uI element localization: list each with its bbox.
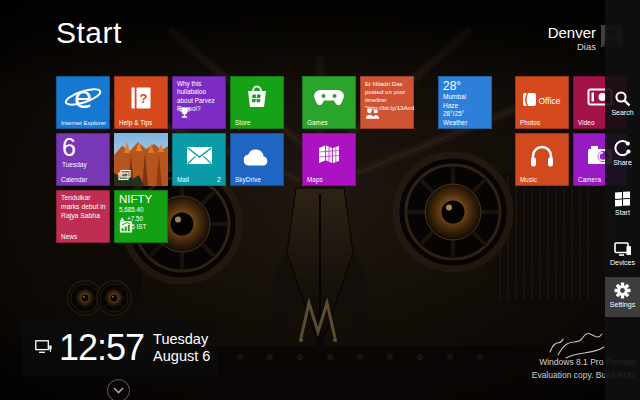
help-book-icon: ? <box>114 86 168 110</box>
clock-weekday: Tuesday <box>153 331 210 348</box>
trophy-icon <box>177 105 192 123</box>
svg-text:?: ? <box>140 91 148 106</box>
charm-label: Search <box>611 109 633 116</box>
tile-skydrive[interactable]: SkyDrive <box>230 133 284 186</box>
tile-mail[interactable]: Mail 2 <box>172 133 226 186</box>
news-headline: Tendulkar marks debut in Rajya Sabha <box>61 194 107 220</box>
tile-music[interactable]: Music <box>515 133 569 186</box>
tile-label: Calendar <box>61 176 87 183</box>
tile-label: Photos <box>520 119 540 126</box>
charm-label: Devices <box>610 259 635 266</box>
svg-text:e: e <box>74 81 92 115</box>
tile-label: News <box>61 233 77 240</box>
tile-label: Camera <box>578 176 601 183</box>
charms-bar: Search Share Start <box>605 0 640 400</box>
windows-logo-icon <box>614 190 631 207</box>
charm-devices[interactable]: Devices <box>605 240 640 266</box>
calendar-weekday: Tuesday <box>62 161 87 168</box>
clock-time: 12:57 <box>59 328 144 368</box>
scroll-down-button[interactable] <box>107 379 130 400</box>
finance-index-name: NIFTY <box>119 193 152 206</box>
store-bag-icon <box>230 83 284 111</box>
charm-share[interactable]: Share <box>605 140 640 166</box>
weather-temp: 28° <box>443 79 466 93</box>
page-title: Start <box>56 16 122 50</box>
user-menu-button[interactable]: Denver Dias <box>548 24 596 52</box>
share-icon <box>614 140 631 157</box>
weather-condition: Haze <box>443 102 466 111</box>
start-screen: Start Denver Dias e Internet Explorer ? … <box>0 0 640 400</box>
tile-label: Help & Tips <box>119 119 152 126</box>
user-last-name: Dias <box>548 41 596 52</box>
map-icon <box>302 143 356 165</box>
network-status-icon <box>35 340 52 356</box>
clock-toast: 12:57 Tuesday August 6 <box>22 319 218 376</box>
tile-store[interactable]: Store <box>230 76 284 129</box>
game-controller-icon <box>302 88 356 108</box>
tile-internet-explorer[interactable]: e Internet Explorer <box>56 76 110 129</box>
tile-sports-live[interactable]: Why this hullabaloo about Parvez Rasool? <box>172 76 226 129</box>
tile-finance-live[interactable]: NIFTY 5,685.40 ▲ +7.50 16:35 IST <box>114 190 168 243</box>
stock-chart-icon <box>119 219 133 237</box>
headphones-icon <box>515 142 569 168</box>
tile-label: Store <box>235 119 251 126</box>
mail-envelope-icon <box>172 146 226 165</box>
finance-value: 5,685.40 <box>119 206 152 215</box>
tile-label: Mail <box>177 176 189 183</box>
internet-explorer-icon: e <box>56 81 110 117</box>
chevron-down-icon <box>113 387 124 394</box>
mail-unread-count: 2 <box>217 176 221 183</box>
search-icon <box>614 90 631 107</box>
charm-search[interactable]: Search <box>605 90 640 116</box>
charm-settings[interactable]: Settings <box>605 282 640 308</box>
tile-photos-office-promo[interactable]: Office Photos <box>515 76 569 129</box>
clock-date: August 6 <box>153 348 210 365</box>
user-first-name: Denver <box>548 24 596 41</box>
office-logo-text: Office <box>539 96 561 106</box>
gear-icon <box>614 282 631 299</box>
charm-label: Settings <box>610 301 635 308</box>
tile-people-live[interactable]: Er Niladri Das posted on your timeline: … <box>360 76 414 129</box>
charm-label: Start <box>615 209 630 216</box>
charm-start[interactable]: Start <box>605 190 640 216</box>
tile-label: Maps <box>307 176 323 183</box>
tile-news-live[interactable]: Tendulkar marks debut in Rajya Sabha New… <box>56 190 110 243</box>
tile-label: Games <box>307 119 328 126</box>
tile-games[interactable]: Games <box>302 76 356 129</box>
calendar-day: 6 <box>62 134 87 160</box>
tile-label: SkyDrive <box>235 176 261 183</box>
tile-weather-live[interactable]: 28° Mumbai Haze 28°/25° Weather <box>438 76 492 129</box>
weather-range: 28°/25° <box>443 110 466 119</box>
weather-city: Mumbai <box>443 93 466 102</box>
tile-calendar-live[interactable]: 6 Tuesday Calendar <box>56 133 110 186</box>
charm-label: Share <box>613 159 632 166</box>
tile-help-tips[interactable]: ? Help & Tips <box>114 76 168 129</box>
tile-label: Video <box>578 119 595 126</box>
office-logo-icon: Office <box>515 92 569 107</box>
photo-thumbnail <box>114 133 168 186</box>
tile-label: Music <box>520 176 537 183</box>
cloud-icon <box>230 147 284 167</box>
people-icon <box>365 105 380 123</box>
tile-maps[interactable]: Maps <box>302 133 356 186</box>
tile-label: Internet Explorer <box>61 120 106 126</box>
tile-photos-live-photo[interactable] <box>114 133 168 186</box>
tile-label: Weather <box>443 119 467 126</box>
devices-icon <box>614 240 632 257</box>
